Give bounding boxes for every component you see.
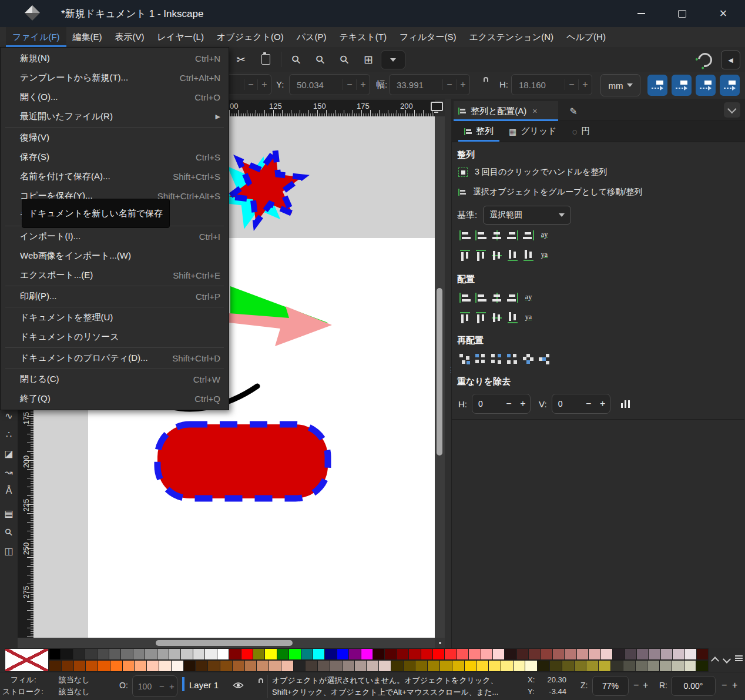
color-swatch[interactable] [208,660,220,672]
distribute-equal-gaps-vertical[interactable] [506,311,519,324]
menu-filters[interactable]: フィルター(S) [393,27,462,47]
paste-icon[interactable] [259,52,273,66]
color-swatch[interactable] [697,648,709,660]
color-swatch[interactable] [586,660,599,672]
color-swatch[interactable] [147,660,159,672]
color-swatch[interactable] [110,660,123,672]
color-swatch[interactable] [501,660,514,672]
rearrange-unclump[interactable] [538,353,551,365]
color-swatch[interactable] [85,648,97,660]
color-swatch[interactable] [73,648,85,660]
color-swatch[interactable] [433,648,445,660]
zoom-page-icon[interactable]: ⚲ [337,52,351,66]
rearrange-exchange-selection[interactable] [474,353,488,365]
color-swatch[interactable] [325,648,337,660]
color-swatch[interactable] [109,648,121,660]
color-swatch[interactable] [233,660,245,672]
color-swatch[interactable] [391,660,404,672]
color-swatch[interactable] [409,648,421,660]
rotation-value-box[interactable]: 0.00° [671,676,716,696]
color-swatch[interactable] [517,648,529,660]
color-swatch[interactable] [181,648,193,660]
menu-view[interactable]: 表示(V) [109,27,151,47]
color-swatch[interactable] [647,660,660,672]
color-swatch[interactable] [673,648,684,660]
scale-gradient-toggle[interactable] [696,75,716,96]
color-swatch[interactable] [313,648,325,660]
color-swatch[interactable] [385,648,397,660]
color-swatch[interactable] [421,648,433,660]
color-swatch[interactable] [538,660,550,672]
align-left-to-anchor[interactable] [458,229,472,242]
scale-stroke-toggle[interactable] [647,75,667,96]
distribute-bottom-edges[interactable] [491,311,503,324]
distribute-top-edges[interactable] [459,311,471,324]
align-text-vertical[interactable]: ya [538,249,551,262]
color-swatch[interactable] [457,648,469,660]
color-swatch[interactable] [145,648,157,660]
palette-scroll-down-icon[interactable] [724,657,730,663]
color-swatch[interactable] [49,660,62,672]
color-swatch[interactable] [550,660,562,672]
color-swatch[interactable] [685,648,697,660]
distribute-text-horizontal[interactable]: ay [522,292,535,304]
menu-revert[interactable]: 復帰(V) [1,128,229,148]
color-swatch[interactable] [601,648,613,660]
zoom-drawing-icon[interactable]: ⚲ [313,52,327,66]
color-swatch[interactable] [361,648,373,660]
color-swatch[interactable] [637,648,649,660]
distribute-centers-vertical[interactable] [475,311,487,324]
rotation-minus-button[interactable]: − [721,680,727,691]
align-bottom-to-anchor[interactable] [522,249,535,262]
color-swatch[interactable] [265,648,277,660]
align-right-to-anchor[interactable] [522,229,535,242]
cut-icon[interactable]: ✂ [234,52,248,66]
color-swatch[interactable] [649,648,660,660]
color-swatch[interactable] [575,660,587,672]
no-color-swatch[interactable] [5,648,49,672]
menu-text[interactable]: テキスト(T) [333,27,393,47]
align-right-edges[interactable] [506,229,519,242]
color-swatch[interactable] [61,648,73,660]
scale-pattern-toggle[interactable] [720,75,740,96]
color-swatch[interactable] [229,648,241,660]
align-bottom-edges[interactable] [506,249,519,262]
pane-grip-icon[interactable]: ⋮ [447,368,449,381]
color-swatch[interactable] [428,660,440,672]
color-swatch[interactable] [343,660,355,672]
align-center-horizontal[interactable] [490,229,504,242]
color-swatch[interactable] [349,648,361,660]
menu-extensions[interactable]: エクステンション(N) [462,27,560,47]
color-swatch[interactable] [505,648,516,660]
stroke-value[interactable]: 該当なし [59,686,90,697]
connector-tool-icon[interactable]: ↝ [2,464,16,480]
color-swatch[interactable] [481,648,493,660]
menu-new-from-template[interactable]: テンプレートから新規(T)...Ctrl+Alt+N [1,68,229,88]
align-text-horizontal[interactable]: ay [538,229,551,242]
subtab-grid[interactable]: ▦グリッド [503,121,563,142]
scale-corners-toggle[interactable] [672,75,692,96]
color-swatch[interactable] [86,660,98,672]
menu-layer[interactable]: レイヤー(L) [151,27,210,47]
color-swatch[interactable] [589,648,600,660]
subtab-align[interactable]: 整列 [458,121,499,142]
color-swatch[interactable] [367,660,379,672]
menu-import-web[interactable]: Web画像をインポート...(W) [1,246,229,266]
menu-open[interactable]: 開く(O)...Ctrl+O [1,88,229,107]
color-swatch[interactable] [123,660,135,672]
tab-fill-stroke-icon[interactable]: ✎ [566,104,580,118]
align-top-edges[interactable] [475,249,487,262]
color-swatch[interactable] [452,660,465,672]
rearrange-exchange-clockwise[interactable] [506,353,519,365]
color-swatch[interactable] [337,648,349,660]
rearrange-exchange-stacking[interactable] [490,353,504,365]
color-swatch[interactable] [415,660,428,672]
color-swatch[interactable] [301,648,313,660]
lpe-tool-icon[interactable]: ▤ [2,505,16,521]
close-button[interactable]: × [710,0,737,27]
zoom-selection-icon[interactable]: ⚲ [289,52,303,66]
color-swatch[interactable] [514,660,526,672]
color-swatch[interactable] [404,660,416,672]
color-swatch[interactable] [193,648,205,660]
color-swatch[interactable] [440,660,452,672]
